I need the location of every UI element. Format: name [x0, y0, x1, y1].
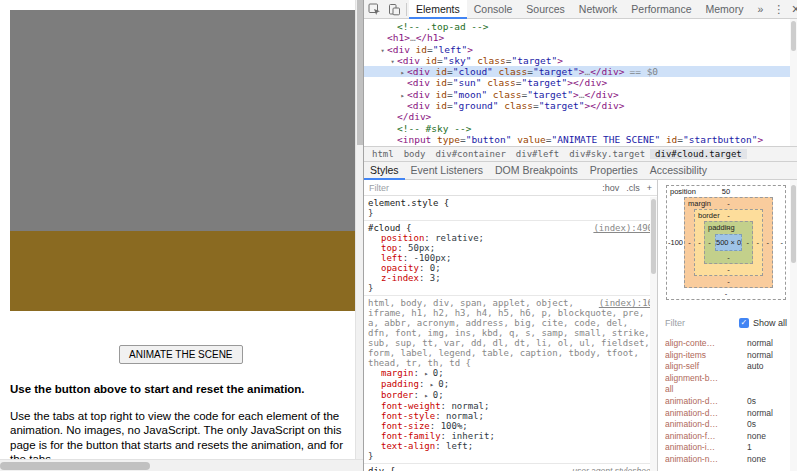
inspect-icon[interactable] — [364, 0, 384, 19]
dom-tree-line[interactable]: ▾<div id="sky" class="target"> — [364, 55, 797, 66]
style-property[interactable]: font-family: inherit; — [368, 431, 653, 441]
css-rule: (index):16html, body, div, span, applet,… — [364, 296, 657, 464]
styles-filter-input[interactable]: Filter — [369, 183, 595, 193]
dom-tree-line[interactable]: ▸<div id="cloud" class="target">…</div>=… — [364, 66, 797, 77]
dom-tree-line[interactable]: <h1>…</h1> — [364, 32, 797, 43]
computed-property[interactable]: align-selfauto — [658, 361, 797, 373]
breadcrumb-item[interactable]: html — [367, 149, 399, 159]
expand-arrow-icon[interactable]: ▾ — [378, 46, 387, 57]
computed-property[interactable]: align-conte…normal — [658, 338, 797, 350]
more-tabs-button[interactable]: » — [750, 0, 770, 19]
css-rule: (index):490#cloud {position: relative;to… — [364, 221, 657, 296]
box-model-value: - — [695, 221, 704, 264]
styles-scrollbar[interactable] — [650, 197, 657, 471]
dom-tree-line[interactable]: <!-- #sky --> — [364, 123, 797, 134]
devtools-toolbar: ElementsConsoleSourcesNetworkPerformance… — [364, 0, 797, 19]
devtools-tab-network[interactable]: Network — [572, 0, 625, 19]
computed-property[interactable]: animation-f…none — [658, 431, 797, 443]
style-property[interactable]: text-align: left; — [368, 441, 653, 451]
expand-arrow-icon[interactable]: ▾ — [388, 57, 397, 68]
checkbox-checked-icon[interactable]: ✓ — [739, 318, 749, 328]
rule-source-link[interactable]: (index):490 — [593, 223, 653, 233]
style-property[interactable]: font-size: 100%; — [368, 421, 653, 431]
computed-property[interactable]: align-itemsnormal — [658, 350, 797, 362]
browser-page: ANIMATE THE SCENE Use the button above t… — [0, 0, 355, 459]
breadcrumb-item[interactable]: body — [399, 149, 431, 159]
style-state-toggle[interactable]: :hov — [602, 183, 619, 193]
sidebar-tab-properties[interactable]: Properties — [584, 162, 644, 180]
style-property[interactable]: opacity: 0; — [368, 263, 653, 273]
dom-tree-line[interactable]: <div id="sun" class="target"></div> — [364, 77, 797, 88]
kebab-menu-icon[interactable]: ⋮ — [770, 3, 787, 16]
dom-tree-line[interactable]: <!-- .top-ad --> — [364, 21, 797, 32]
breadcrumb-item[interactable]: div#left — [511, 149, 564, 159]
style-property[interactable]: border: ▸ 0; — [368, 390, 653, 401]
style-property[interactable]: font-style: normal; — [368, 411, 653, 421]
scrollbar-thumb[interactable] — [791, 185, 796, 263]
style-property[interactable]: margin: ▸ 0; — [368, 368, 653, 379]
computed-filter-bar: Filter ✓ Show all — [658, 316, 797, 330]
show-all-toggle[interactable]: ✓ Show all — [739, 318, 787, 328]
rule-source-link[interactable]: user agent stylesheet — [572, 466, 653, 471]
close-devtools-button[interactable]: ✕ — [787, 3, 797, 16]
devtools-tab-elements[interactable]: Elements — [409, 0, 467, 19]
rule-selector[interactable]: html, body, div, span, applet, object, i… — [368, 298, 650, 368]
breadcrumb-item[interactable]: div#cloud.target — [650, 149, 747, 159]
computed-property[interactable]: alignment-b… — [658, 373, 797, 385]
sidebar-tab-dom-breakpoints[interactable]: DOM Breakpoints — [489, 162, 584, 180]
device-toolbar-icon[interactable] — [384, 0, 404, 19]
rule-selector[interactable]: element.style { — [368, 198, 449, 208]
box-model-margin-label: margin — [688, 199, 711, 208]
box-model-value: - — [667, 288, 785, 299]
devtools-tab-performance[interactable]: Performance — [624, 0, 698, 19]
scrollbar-thumb[interactable] — [0, 462, 150, 470]
devtools-tab-sources[interactable]: Sources — [519, 0, 572, 19]
dom-tree-line[interactable]: <input type="button" value="ANIMATE THE … — [364, 134, 797, 145]
computed-property[interactable]: animation-d…0s — [658, 419, 797, 431]
sidebar-tab-event-listeners[interactable]: Event Listeners — [405, 162, 489, 180]
box-model-diagram: position 50 -100 margin - - border - — [666, 185, 786, 300]
selected-node-marker: == $0 — [629, 66, 658, 77]
page-horizontal-scrollbar[interactable] — [0, 459, 363, 471]
style-property[interactable]: position: relative; — [368, 233, 653, 243]
dom-tree-line[interactable]: </div> — [364, 111, 797, 122]
sidebar-tab-styles[interactable]: Styles — [364, 162, 405, 180]
sidebar-tabs: StylesEvent ListenersDOM BreakpointsProp… — [364, 162, 713, 180]
devtools-tabs: ElementsConsoleSourcesNetworkPerformance… — [409, 0, 750, 19]
breadcrumb: htmlbodydiv#containerdiv#leftdiv#sky.tar… — [364, 146, 797, 162]
scrollbar-thumb[interactable] — [651, 199, 656, 274]
box-model-value: - — [685, 276, 772, 287]
sidebar-tab-accessibility[interactable]: Accessibility — [644, 162, 713, 180]
style-property[interactable]: padding: ▸ 0; — [368, 379, 653, 390]
scrollbar-thumb[interactable] — [791, 21, 796, 51]
rule-selector[interactable]: div { — [368, 466, 395, 471]
style-state-toggle[interactable]: .cls — [626, 183, 640, 193]
page-vertical-scrollbar[interactable] — [355, 0, 363, 459]
devtools-tab-memory[interactable]: Memory — [698, 0, 750, 19]
dom-tree-line[interactable]: <div id="ground" class="target"></div> — [364, 100, 797, 111]
rule-source-link[interactable]: (index):16 — [599, 298, 653, 308]
breadcrumb-item[interactable]: div#sky.target — [564, 149, 650, 159]
style-property[interactable]: z-index: 3; — [368, 273, 653, 283]
computed-property[interactable]: all — [658, 384, 797, 396]
computed-property[interactable]: animation-n…none — [658, 454, 797, 466]
devtools-tab-console[interactable]: Console — [467, 0, 520, 19]
style-property[interactable]: font-weight: normal; — [368, 401, 653, 411]
box-model-value: - — [763, 209, 772, 276]
dom-tree-line[interactable]: ▸<div id="moon" class="target">…</div> — [364, 89, 797, 100]
animate-scene-button[interactable]: ANIMATE THE SCENE — [119, 345, 243, 364]
style-property[interactable]: left: -100px; — [368, 253, 653, 263]
breadcrumb-item[interactable]: div#container — [430, 149, 510, 159]
computed-property[interactable]: animation-d…0s — [658, 396, 797, 408]
rule-selector[interactable]: #cloud { — [368, 223, 411, 233]
computed-filter-input[interactable]: Filter — [665, 318, 685, 328]
dom-tree-line[interactable]: ▾<div id="left"> — [364, 44, 797, 55]
computed-scrollbar[interactable] — [790, 180, 797, 471]
style-property[interactable]: top: 50px; — [368, 243, 653, 253]
box-model-content: 500 × 0 — [715, 234, 742, 251]
computed-property[interactable]: animation-i…1 — [658, 442, 797, 454]
computed-property[interactable]: animation-d…normal — [658, 408, 797, 420]
style-state-toggle[interactable]: + — [647, 183, 652, 193]
styles-pane: Filter :hov.cls+ element.style {}(index)… — [364, 180, 658, 471]
elements-scrollbar[interactable] — [790, 19, 797, 146]
